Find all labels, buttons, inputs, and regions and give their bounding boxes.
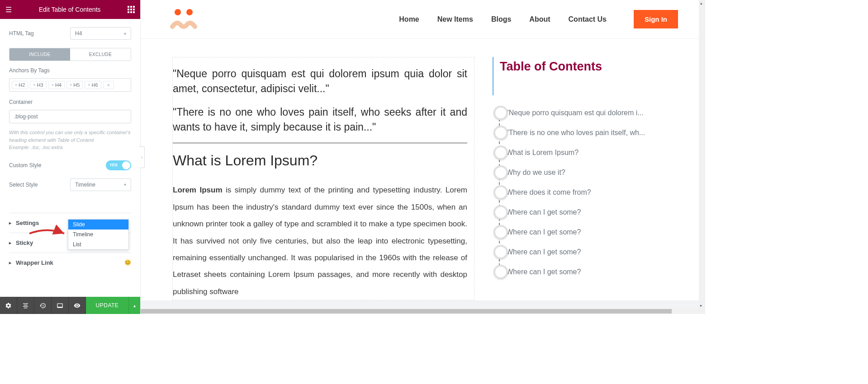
toc-link[interactable]: Where does it come from? [506, 188, 591, 197]
svg-point-1 [186, 9, 193, 15]
tag-h3[interactable]: ×H3 [30, 81, 46, 89]
toc-item: Why do we use it? [506, 169, 683, 177]
toc-item: What is Lorem Ipsum? [506, 149, 683, 157]
divider [173, 143, 467, 143]
toc-title: Table of Contents [493, 57, 683, 95]
sign-in-button[interactable]: Sign In [634, 10, 678, 28]
chevron-right-icon: ▸ [9, 240, 11, 245]
sidebar-title: Edit Table of Contents [39, 6, 101, 13]
chevron-right-icon: ▸ [9, 260, 11, 265]
update-button[interactable]: UPDATE [86, 297, 128, 314]
html-tag-select[interactable]: H4 ▾ [70, 27, 131, 40]
vertical-scrollbar[interactable]: ▴ ▸ [699, 0, 705, 314]
quote-2: "There is no one who loves pain itself, … [173, 105, 467, 135]
sidebar-header: ☰ Edit Table of Contents [0, 0, 140, 19]
custom-style-label: Custom Style [9, 162, 41, 169]
toc-link[interactable]: Why do we use it? [506, 169, 565, 177]
heading-what-is: What is Lorem Ipsum? [173, 152, 467, 169]
tab-include[interactable]: INCLUDE [9, 48, 70, 61]
settings-icon[interactable] [0, 297, 17, 314]
remove-icon[interactable]: × [70, 83, 72, 87]
sidebar-footer: UPDATE ▴ [0, 297, 140, 314]
update-caret[interactable]: ▴ [128, 297, 140, 314]
toc-item: Where can I get some? [506, 248, 683, 256]
toc-link[interactable]: "There is no one who loves pain itself, … [506, 129, 645, 137]
nav-home[interactable]: Home [399, 15, 419, 23]
toc-link[interactable]: Where can I get some? [506, 248, 581, 256]
select-style-label: Select Style [9, 182, 70, 188]
hamburger-icon[interactable]: ☰ [5, 5, 12, 14]
responsive-icon[interactable] [52, 297, 69, 314]
toc-item: "There is no one who loves pain itself, … [506, 129, 683, 137]
remove-icon[interactable]: × [33, 83, 35, 87]
remove-icon[interactable]: × [88, 83, 90, 87]
toc-link[interactable]: Where can I get some? [506, 228, 581, 236]
include-exclude-tabs: INCLUDE EXCLUDE [9, 48, 131, 61]
style-option-slide[interactable]: Slide [68, 220, 128, 229]
remove-icon[interactable]: × [15, 83, 17, 87]
add-tag-button[interactable]: + [103, 81, 114, 89]
chevron-down-icon: ▾ [124, 182, 126, 187]
scroll-down-icon[interactable]: ▸ [700, 303, 702, 308]
anchors-label: Anchors By Tags [9, 67, 131, 74]
container-input[interactable] [9, 110, 131, 123]
toc-link[interactable]: What is Lorem Ipsum? [506, 149, 579, 157]
toc-widget: Table of Contents "Neque porro quisquam … [493, 57, 683, 300]
html-tag-label: HTML Tag [9, 30, 70, 37]
toc-item: "Neque porro quisquam est qui dolorem i.… [506, 109, 683, 117]
nav-contact[interactable]: Contact Us [569, 15, 607, 23]
toc-list: "Neque porro quisquam est qui dolorem i.… [493, 109, 683, 276]
toc-item: Where does it come from? [506, 188, 683, 197]
preview-canvas: Home New Items Blogs About Contact Us Si… [141, 0, 705, 314]
blog-post: "Neque porro quisquam est qui dolorem ip… [172, 57, 474, 300]
toc-item: Where can I get some? [506, 268, 683, 276]
preview-icon[interactable] [69, 297, 86, 314]
toc-link[interactable]: Where can I get some? [506, 208, 581, 216]
tag-h4[interactable]: ×H4 [48, 81, 65, 89]
toc-link[interactable]: Where can I get some? [506, 268, 581, 276]
style-option-timeline[interactable]: Timeline [68, 229, 128, 239]
history-icon[interactable] [34, 297, 52, 314]
accordion-wrapper-link[interactable]: ▸ Wrapper Link 😊 [9, 253, 131, 272]
nav-about[interactable]: About [529, 15, 550, 23]
link-icon: 😊 [124, 259, 131, 266]
toc-link[interactable]: "Neque porro quisquam est qui dolorem i.… [506, 109, 644, 117]
tag-h2[interactable]: ×H2 [12, 81, 28, 89]
site-logo[interactable] [168, 6, 199, 33]
nav-new-items[interactable]: New Items [437, 15, 473, 23]
tag-h6[interactable]: ×H6 [85, 81, 101, 89]
horizontal-scrollbar[interactable] [141, 309, 700, 314]
custom-style-toggle[interactable]: YES [106, 160, 131, 170]
tag-h5[interactable]: ×H5 [66, 81, 83, 89]
svg-point-0 [175, 9, 181, 15]
quote-1: "Neque porro quisquam est qui dolorem ip… [173, 66, 467, 97]
scroll-up-icon[interactable]: ▴ [700, 1, 702, 5]
collapse-sidebar-handle[interactable]: ‹ [139, 146, 145, 168]
container-label: Container [9, 99, 131, 105]
chevron-down-icon: ▾ [124, 31, 126, 36]
main-nav: Home New Items Blogs About Contact Us [399, 15, 607, 23]
select-style-select[interactable]: Timeline ▾ [70, 178, 131, 191]
style-option-list[interactable]: List [68, 239, 128, 249]
anchor-tags-input[interactable]: ×H2 ×H3 ×H4 ×H5 ×H6 + [9, 78, 131, 92]
container-help: With this control you can use only a spe… [9, 129, 131, 151]
nav-blogs[interactable]: Blogs [491, 15, 511, 23]
sidebar-body: HTML Tag H4 ▾ INCLUDE EXCLUDE Anchors By… [0, 19, 140, 297]
paragraph-1: Lorem Ipsum is simply dummy text of the … [173, 182, 467, 300]
chevron-right-icon: ▸ [9, 220, 11, 225]
site-header: Home New Items Blogs About Contact Us Si… [141, 0, 705, 39]
editor-sidebar: ☰ Edit Table of Contents HTML Tag H4 ▾ I… [0, 0, 141, 314]
apps-icon[interactable] [128, 6, 135, 13]
remove-icon[interactable]: × [52, 83, 54, 87]
tab-exclude[interactable]: EXCLUDE [70, 48, 131, 61]
select-style-dropdown: Slide Timeline List [68, 219, 129, 250]
navigator-icon[interactable] [17, 297, 34, 314]
toc-item: Where can I get some? [506, 208, 683, 216]
toc-item: Where can I get some? [506, 228, 683, 236]
